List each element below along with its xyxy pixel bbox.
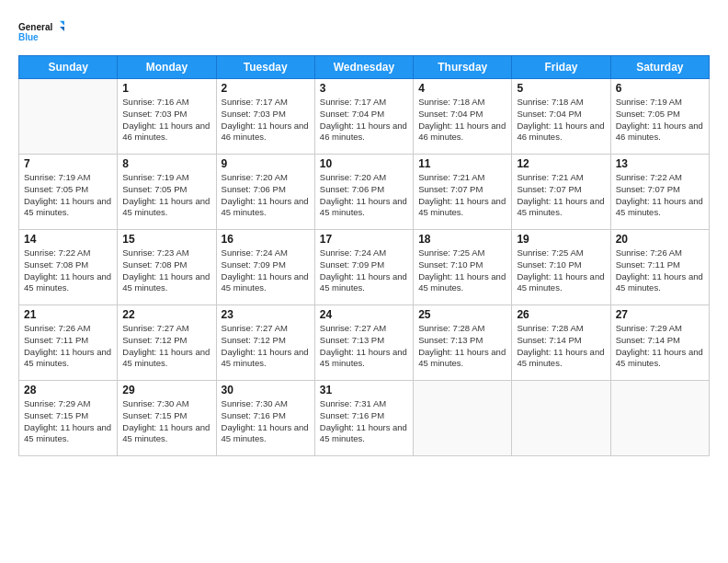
calendar-cell: 30 Sunrise: 7:30 AMSunset: 7:16 PMDaylig…: [216, 381, 314, 456]
day-number: 8: [122, 157, 210, 170]
cell-info: Sunrise: 7:26 AMSunset: 7:11 PMDaylight:…: [616, 247, 703, 293]
day-number: 9: [222, 157, 310, 170]
cell-info: Sunrise: 7:19 AMSunset: 7:05 PMDaylight:…: [616, 97, 703, 142]
cell-info: Sunrise: 7:29 AMSunset: 7:15 PMDaylight:…: [24, 398, 111, 443]
logo-svg: General Blue: [18, 15, 64, 48]
calendar-dow-monday: Monday: [118, 56, 216, 79]
calendar-cell: 2 Sunrise: 7:17 AMSunset: 7:03 PMDayligh…: [216, 79, 314, 155]
svg-text:Blue: Blue: [18, 32, 39, 42]
day-number: 21: [24, 308, 112, 321]
day-number: 1: [122, 82, 210, 95]
day-number: 2: [222, 82, 310, 95]
cell-info: Sunrise: 7:23 AMSunset: 7:08 PMDaylight:…: [122, 247, 210, 293]
calendar-cell: 14 Sunrise: 7:22 AMSunset: 7:08 PMDaylig…: [19, 230, 118, 305]
cell-info: Sunrise: 7:24 AMSunset: 7:09 PMDaylight:…: [222, 247, 309, 293]
cell-info: Sunrise: 7:28 AMSunset: 7:13 PMDaylight:…: [418, 323, 506, 368]
day-number: 14: [24, 233, 112, 246]
day-number: 23: [222, 308, 310, 321]
day-number: 26: [517, 308, 605, 321]
cell-info: Sunrise: 7:30 AMSunset: 7:16 PMDaylight:…: [222, 398, 309, 443]
calendar-cell: 7 Sunrise: 7:19 AMSunset: 7:05 PMDayligh…: [19, 155, 118, 230]
day-number: 6: [616, 82, 704, 95]
calendar-cell: 4 Sunrise: 7:18 AMSunset: 7:04 PMDayligh…: [414, 79, 512, 155]
cell-info: Sunrise: 7:18 AMSunset: 7:04 PMDaylight:…: [418, 97, 506, 142]
calendar-dow-saturday: Saturday: [610, 56, 709, 79]
cell-info: Sunrise: 7:26 AMSunset: 7:11 PMDaylight:…: [24, 323, 111, 368]
cell-info: Sunrise: 7:19 AMSunset: 7:05 PMDaylight:…: [122, 172, 210, 217]
cell-info: Sunrise: 7:21 AMSunset: 7:07 PMDaylight:…: [517, 172, 604, 217]
calendar-cell: 1 Sunrise: 7:16 AMSunset: 7:03 PMDayligh…: [118, 79, 216, 155]
calendar-cell: 27 Sunrise: 7:29 AMSunset: 7:14 PMDaylig…: [610, 305, 709, 381]
calendar-cell: 19 Sunrise: 7:25 AMSunset: 7:10 PMDaylig…: [512, 230, 610, 305]
calendar-cell: 29 Sunrise: 7:30 AMSunset: 7:15 PMDaylig…: [118, 381, 216, 456]
calendar-cell: 31 Sunrise: 7:31 AMSunset: 7:16 PMDaylig…: [314, 381, 413, 456]
day-number: 3: [320, 82, 408, 95]
day-number: 10: [320, 157, 408, 170]
day-number: 28: [24, 384, 112, 396]
day-number: 20: [616, 233, 704, 246]
calendar-week-3: 14 Sunrise: 7:22 AMSunset: 7:08 PMDaylig…: [19, 230, 710, 305]
calendar-table: SundayMondayTuesdayWednesdayThursdayFrid…: [18, 55, 710, 456]
calendar-dow-thursday: Thursday: [414, 56, 512, 79]
logo: General Blue: [18, 15, 64, 48]
calendar-cell: 17 Sunrise: 7:24 AMSunset: 7:09 PMDaylig…: [314, 230, 413, 305]
cell-info: Sunrise: 7:24 AMSunset: 7:09 PMDaylight:…: [320, 247, 407, 293]
day-number: 25: [418, 308, 506, 321]
day-number: 30: [222, 384, 310, 396]
svg-text:General: General: [18, 22, 52, 32]
day-number: 7: [24, 157, 112, 170]
cell-info: Sunrise: 7:27 AMSunset: 7:12 PMDaylight:…: [122, 323, 210, 368]
day-number: 27: [616, 308, 704, 321]
cell-info: Sunrise: 7:27 AMSunset: 7:13 PMDaylight:…: [320, 323, 407, 368]
cell-info: Sunrise: 7:27 AMSunset: 7:12 PMDaylight:…: [222, 323, 309, 368]
calendar-cell: [512, 381, 610, 456]
calendar-week-5: 28 Sunrise: 7:29 AMSunset: 7:15 PMDaylig…: [19, 381, 710, 456]
calendar-cell: 5 Sunrise: 7:18 AMSunset: 7:04 PMDayligh…: [512, 79, 610, 155]
day-number: 24: [320, 308, 408, 321]
calendar-cell: 16 Sunrise: 7:24 AMSunset: 7:09 PMDaylig…: [216, 230, 314, 305]
cell-info: Sunrise: 7:17 AMSunset: 7:04 PMDaylight:…: [320, 97, 407, 142]
calendar-cell: 26 Sunrise: 7:28 AMSunset: 7:14 PMDaylig…: [512, 305, 610, 381]
calendar-cell: 22 Sunrise: 7:27 AMSunset: 7:12 PMDaylig…: [118, 305, 216, 381]
cell-info: Sunrise: 7:16 AMSunset: 7:03 PMDaylight:…: [122, 97, 210, 142]
calendar-cell: 28 Sunrise: 7:29 AMSunset: 7:15 PMDaylig…: [19, 381, 118, 456]
calendar-week-2: 7 Sunrise: 7:19 AMSunset: 7:05 PMDayligh…: [19, 155, 710, 230]
cell-info: Sunrise: 7:29 AMSunset: 7:14 PMDaylight:…: [616, 323, 703, 368]
calendar-cell: 23 Sunrise: 7:27 AMSunset: 7:12 PMDaylig…: [216, 305, 314, 381]
calendar-cell: 10 Sunrise: 7:20 AMSunset: 7:06 PMDaylig…: [314, 155, 413, 230]
day-number: 11: [418, 157, 506, 170]
cell-info: Sunrise: 7:22 AMSunset: 7:08 PMDaylight:…: [24, 247, 111, 293]
svg-marker-3: [60, 27, 64, 31]
calendar-cell: [414, 381, 512, 456]
cell-info: Sunrise: 7:30 AMSunset: 7:15 PMDaylight:…: [122, 398, 210, 443]
day-number: 19: [517, 233, 605, 246]
cell-info: Sunrise: 7:19 AMSunset: 7:05 PMDaylight:…: [24, 172, 111, 217]
calendar-cell: 20 Sunrise: 7:26 AMSunset: 7:11 PMDaylig…: [610, 230, 709, 305]
calendar-cell: [19, 79, 118, 155]
calendar-cell: 15 Sunrise: 7:23 AMSunset: 7:08 PMDaylig…: [118, 230, 216, 305]
calendar-header-row: SundayMondayTuesdayWednesdayThursdayFrid…: [19, 56, 710, 79]
calendar-cell: 21 Sunrise: 7:26 AMSunset: 7:11 PMDaylig…: [19, 305, 118, 381]
cell-info: Sunrise: 7:31 AMSunset: 7:16 PMDaylight:…: [320, 398, 407, 443]
cell-info: Sunrise: 7:20 AMSunset: 7:06 PMDaylight:…: [222, 172, 309, 217]
calendar-cell: 3 Sunrise: 7:17 AMSunset: 7:04 PMDayligh…: [314, 79, 413, 155]
calendar-cell: 12 Sunrise: 7:21 AMSunset: 7:07 PMDaylig…: [512, 155, 610, 230]
day-number: 16: [222, 233, 310, 246]
calendar-cell: 6 Sunrise: 7:19 AMSunset: 7:05 PMDayligh…: [610, 79, 709, 155]
calendar-dow-friday: Friday: [512, 56, 610, 79]
calendar-cell: 11 Sunrise: 7:21 AMSunset: 7:07 PMDaylig…: [414, 155, 512, 230]
calendar-week-1: 1 Sunrise: 7:16 AMSunset: 7:03 PMDayligh…: [19, 79, 710, 155]
calendar-cell: 25 Sunrise: 7:28 AMSunset: 7:13 PMDaylig…: [414, 305, 512, 381]
calendar-dow-wednesday: Wednesday: [314, 56, 413, 79]
cell-info: Sunrise: 7:18 AMSunset: 7:04 PMDaylight:…: [517, 97, 604, 142]
cell-info: Sunrise: 7:28 AMSunset: 7:14 PMDaylight:…: [517, 323, 604, 368]
cell-info: Sunrise: 7:17 AMSunset: 7:03 PMDaylight:…: [222, 97, 309, 142]
calendar-cell: 13 Sunrise: 7:22 AMSunset: 7:07 PMDaylig…: [610, 155, 709, 230]
day-number: 5: [517, 82, 605, 95]
calendar-cell: 24 Sunrise: 7:27 AMSunset: 7:13 PMDaylig…: [314, 305, 413, 381]
header: General Blue: [18, 15, 710, 48]
calendar-dow-sunday: Sunday: [19, 56, 118, 79]
day-number: 22: [122, 308, 210, 321]
calendar-week-4: 21 Sunrise: 7:26 AMSunset: 7:11 PMDaylig…: [19, 305, 710, 381]
day-number: 12: [517, 157, 605, 170]
